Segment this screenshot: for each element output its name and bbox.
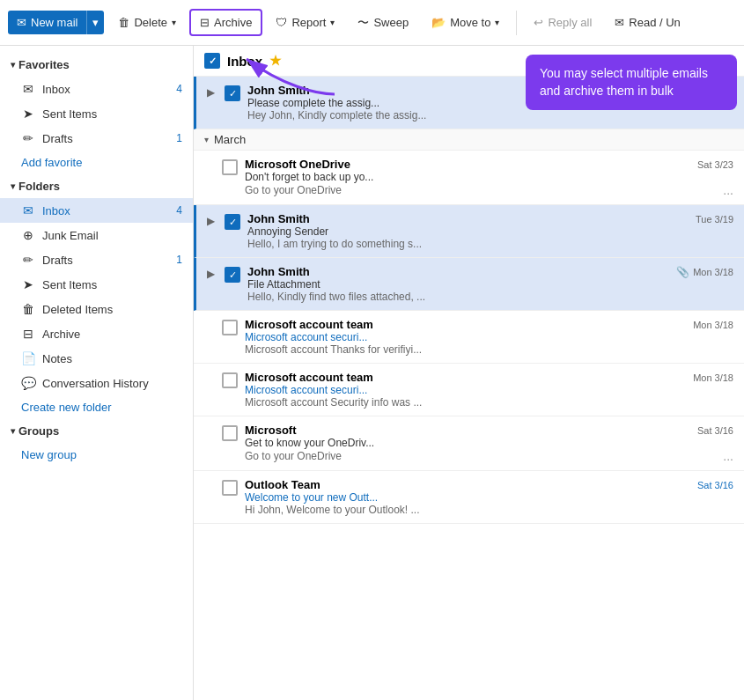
reply-all-label: Reply all xyxy=(548,16,592,29)
sweep-icon: 〜 xyxy=(357,15,369,31)
email-date-7: Sat 3/16 xyxy=(697,425,733,436)
group-label-march: March xyxy=(214,133,246,146)
folder-archive-label: Archive xyxy=(42,328,80,341)
email-content-7: Microsoft Sat 3/16 Get to know your OneD… xyxy=(245,424,733,463)
sidebar-item-inbox[interactable]: ✉ Inbox 4 xyxy=(0,198,193,223)
email-item-2[interactable]: ▶ Microsoft OneDrive Sat 3/23 Don't forg… xyxy=(194,151,744,205)
sidebar-item-archive[interactable]: ⊟ Archive xyxy=(0,321,193,346)
expand-icon-3[interactable]: ▶ xyxy=(207,212,217,227)
folder-conv-label: Conversation History xyxy=(42,377,149,390)
junk-icon: ⊕ xyxy=(21,228,35,242)
inbox-icon: ✉ xyxy=(21,82,35,96)
folder-drafts-label: Drafts xyxy=(42,254,73,267)
email-sender-6: Microsoft account team xyxy=(245,371,373,384)
groups-section[interactable]: ▾ Groups xyxy=(0,419,193,443)
fav-sent-label: Sent Items xyxy=(42,107,97,121)
archive-button[interactable]: ⊟ Archive xyxy=(189,9,262,36)
sidebar-item-fav-drafts[interactable]: ✏ Drafts 1 xyxy=(0,126,193,151)
sidebar-item-junk[interactable]: ⊕ Junk Email xyxy=(0,223,193,247)
sweep-label: Sweep xyxy=(373,16,409,29)
folder-deleted-label: Deleted Items xyxy=(42,303,113,316)
email-more-icon-2[interactable]: ... xyxy=(723,183,733,197)
delete-icon: 🗑 xyxy=(118,16,129,29)
email-checkbox-6[interactable] xyxy=(222,372,238,388)
email-item-4[interactable]: ▶ John Smith 📎 Mon 3/18 File Attachment … xyxy=(194,258,744,311)
expand-icon-4[interactable]: ▶ xyxy=(207,265,217,280)
email-checkbox-4[interactable] xyxy=(225,267,240,283)
email-checkbox-1[interactable] xyxy=(225,85,240,101)
sidebar-item-deleted[interactable]: 🗑 Deleted Items xyxy=(0,297,193,321)
favorites-section[interactable]: ▾ Favorites xyxy=(0,53,193,77)
reply-all-icon: ↩ xyxy=(534,16,543,29)
new-group-link[interactable]: New group xyxy=(0,443,193,467)
sidebar-item-fav-inbox[interactable]: ✉ Inbox 4 xyxy=(0,77,193,101)
email-item-6[interactable]: ▶ Microsoft account team Mon 3/18 Micros… xyxy=(194,364,744,416)
email-item-7[interactable]: ▶ Microsoft Sat 3/16 Get to know your On… xyxy=(194,416,744,471)
email-preview-7: Go to your OneDrive xyxy=(245,450,342,462)
email-date-3: Tue 3/19 xyxy=(696,214,733,225)
add-favorite-link[interactable]: Add favorite xyxy=(0,151,193,174)
sidebar-item-drafts[interactable]: ✏ Drafts 1 xyxy=(0,247,193,272)
email-subject-7: Get to know your OneDriv... xyxy=(245,437,733,449)
folder-notes-label: Notes xyxy=(42,352,72,365)
fav-inbox-label: Inbox xyxy=(42,83,70,96)
folder-inbox-icon: ✉ xyxy=(21,203,35,217)
move-to-icon: 📂 xyxy=(431,16,446,29)
email-checkbox-8[interactable] xyxy=(222,480,238,496)
delete-chevron-icon: ▾ xyxy=(172,18,176,27)
select-all-checkbox[interactable] xyxy=(204,53,220,69)
expand-icon[interactable]: ▶ xyxy=(207,84,217,99)
email-preview-5: Microsoft account Thanks for verifiyi... xyxy=(245,343,733,356)
group-header-march[interactable]: ▾ March xyxy=(194,129,744,151)
read-unread-button[interactable]: ✉ Read / Un xyxy=(605,10,690,35)
inbox-star-icon[interactable]: ★ xyxy=(269,53,281,69)
folders-section[interactable]: ▾ Folders xyxy=(0,174,193,198)
new-mail-button[interactable]: ✉ New mail xyxy=(8,11,86,34)
create-folder-label: Create new folder xyxy=(21,401,112,414)
folder-archive-icon: ⊟ xyxy=(21,327,35,341)
email-date-6: Mon 3/18 xyxy=(693,372,733,383)
email-item-5[interactable]: ▶ Microsoft account team Mon 3/18 Micros… xyxy=(194,311,744,364)
delete-button[interactable]: 🗑 Delete ▾ xyxy=(108,10,186,35)
report-button[interactable]: 🛡 Report ▾ xyxy=(266,10,344,35)
report-label: Report xyxy=(291,16,326,29)
folder-conv-icon: 💬 xyxy=(21,376,35,390)
email-checkbox-7[interactable] xyxy=(222,425,238,441)
new-group-label: New group xyxy=(21,448,77,461)
email-date-5: Mon 3/18 xyxy=(693,320,733,330)
email-checkbox-2[interactable] xyxy=(222,159,238,175)
folders-chevron-icon: ▾ xyxy=(11,181,15,191)
move-to-chevron-icon: ▾ xyxy=(495,18,499,27)
sent-icon: ➤ xyxy=(21,107,35,121)
email-preview-8: Hi John, Welcome to your Outlook! ... xyxy=(245,504,733,516)
new-mail-dropdown-button[interactable]: ▾ xyxy=(86,11,104,34)
add-favorite-label: Add favorite xyxy=(21,156,82,169)
sweep-button[interactable]: 〜 Sweep xyxy=(348,9,418,37)
sidebar-item-notes[interactable]: 📄 Notes xyxy=(0,346,193,371)
email-checkbox-3[interactable] xyxy=(225,214,240,230)
move-to-button[interactable]: 📂 Move to ▾ xyxy=(422,10,509,35)
email-subject-5: Microsoft account securi... xyxy=(245,331,733,343)
email-item-8[interactable]: ▶ Outlook Team Sat 3/16 Welcome to your … xyxy=(194,471,744,524)
toolbar-divider xyxy=(516,11,517,35)
folder-deleted-icon: 🗑 xyxy=(21,302,35,316)
email-preview-1: Hey John, Kindly complete the assig... xyxy=(247,109,733,122)
archive-icon: ⊟ xyxy=(200,16,210,29)
email-content-3: John Smith Tue 3/19 Annoying Sender Hell… xyxy=(247,212,733,250)
reply-all-button[interactable]: ↩ Reply all xyxy=(524,10,601,35)
email-item-3[interactable]: ▶ John Smith Tue 3/19 Annoying Sender He… xyxy=(194,205,744,258)
email-subject-3: Annoying Sender xyxy=(247,225,733,238)
email-list: Inbox ★ ▶ John Smith 9:54 PM Please comp… xyxy=(194,46,744,700)
sidebar-item-fav-sent[interactable]: ➤ Sent Items xyxy=(0,101,193,126)
sidebar-item-sent[interactable]: ➤ Sent Items xyxy=(0,272,193,297)
new-mail-btn-group: ✉ New mail ▾ xyxy=(7,10,105,35)
group-chevron-icon: ▾ xyxy=(204,135,209,144)
sidebar-item-conv-history[interactable]: 💬 Conversation History xyxy=(0,371,193,395)
folder-drafts-badge: 1 xyxy=(176,254,182,266)
delete-label: Delete xyxy=(134,16,167,29)
email-checkbox-5[interactable] xyxy=(222,320,238,335)
drafts-icon: ✏ xyxy=(21,131,35,145)
main-area: ▾ Favorites ✉ Inbox 4 ➤ Sent Items ✏ Dra… xyxy=(0,46,744,700)
create-folder-link[interactable]: Create new folder xyxy=(0,395,193,419)
email-more-icon-7[interactable]: ... xyxy=(723,449,733,463)
